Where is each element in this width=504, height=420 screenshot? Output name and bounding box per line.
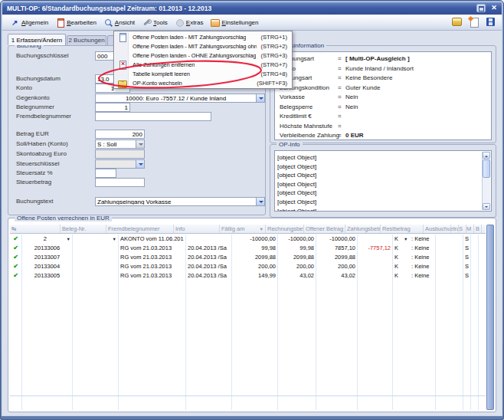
menu-item[interactable]: OP-Konto wechseln (SHIFT+F3) xyxy=(115,78,291,87)
column-header[interactable]: Info xyxy=(174,225,220,233)
cell-dropdown-arrow-icon[interactable] xyxy=(404,253,411,262)
skontoabzug-input[interactable] xyxy=(95,149,145,159)
cell-dropdown-arrow-icon[interactable] xyxy=(404,326,411,336)
column-header[interactable]: S xyxy=(459,225,466,233)
cell-dropdown-arrow-icon[interactable]: ▼ xyxy=(67,235,70,244)
cell-dropdown-arrow-icon[interactable] xyxy=(404,336,411,345)
gegenkonto-dropdown-arrow-icon[interactable] xyxy=(256,94,264,102)
column-header[interactable]: Rechnungsbetrag xyxy=(266,225,304,233)
column-header[interactable]: Beleg-Nr. xyxy=(61,225,106,233)
cell-dropdown-arrow-icon[interactable]: ▼ xyxy=(113,235,116,244)
table-row[interactable]: ✔ 20133004 RG vom 21.03.2013 20.04.2013 … xyxy=(10,262,486,271)
scrollbar-thumb[interactable] xyxy=(483,159,490,178)
menu-item[interactable]: Alle Zahlungen entfernen (STRG+7) xyxy=(115,60,291,69)
menubar-item-label: Einstellungen xyxy=(221,19,258,26)
steuersatz-input[interactable] xyxy=(95,169,116,178)
table-row[interactable]: ✔ 20133007 RG vom 21.03.2013 20.04.2013 … xyxy=(10,253,486,262)
column-header[interactable]: ↹ xyxy=(10,225,61,233)
table-row[interactable] xyxy=(10,290,486,299)
cell-dropdown-arrow-icon[interactable] xyxy=(404,317,411,326)
table-row[interactable] xyxy=(10,409,486,410)
close-icon[interactable]: ✕ xyxy=(489,4,499,12)
scroll-up-icon[interactable] xyxy=(483,152,490,159)
cell-dropdown-arrow-icon[interactable] xyxy=(404,409,411,410)
table-row[interactable] xyxy=(10,382,486,391)
menubar-item[interactable]: Extras xyxy=(172,17,208,28)
cell-dropdown-arrow-icon[interactable] xyxy=(404,382,411,391)
soll-haben-dropdown-arrow-icon[interactable] xyxy=(136,140,144,148)
tab-erfassen-aendern[interactable]: 1 Erfassen/Ändern xyxy=(8,34,66,45)
column-header[interactable]: Offener Betrag xyxy=(304,225,345,233)
column-header[interactable]: Ausbuchungsart xyxy=(424,225,451,233)
steuerschluessel-select[interactable] xyxy=(95,159,145,169)
tab-buchungen[interactable]: 2 Buchungen xyxy=(67,35,106,45)
offener-betrag-cell xyxy=(278,336,316,345)
column-header[interactable]: Fällig am ▼ xyxy=(220,225,266,233)
cell-dropdown-arrow-icon[interactable] xyxy=(404,271,411,281)
cell-dropdown-arrow-icon[interactable] xyxy=(404,308,411,317)
op-info-scrollbar[interactable] xyxy=(482,152,490,210)
cell-dropdown-arrow-icon[interactable] xyxy=(404,281,411,290)
column-header[interactable]: M xyxy=(466,225,474,233)
menubar-item[interactable]: Tools xyxy=(139,17,172,28)
column-header[interactable]: Fremdbelegnummer xyxy=(106,225,174,233)
cell-dropdown-arrow-icon[interactable] xyxy=(404,299,411,308)
save-icon[interactable] xyxy=(486,17,496,27)
table-scrollbar[interactable] xyxy=(486,225,494,410)
cell-dropdown-arrow-icon[interactable]: ▼ xyxy=(404,235,411,244)
buchungstext-select[interactable]: Zahlungseingang Vorkasse xyxy=(95,197,265,206)
steuerschluessel-dropdown-arrow-icon[interactable] xyxy=(136,160,144,168)
menu-item[interactable]: Offene Posten laden - MIT Zahlungsvorsch… xyxy=(115,41,291,51)
menu-item[interactable]: Offene Posten laden - MIT Zahlungsvorsch… xyxy=(115,32,291,41)
buchungstext-dropdown-arrow-icon[interactable] xyxy=(256,198,264,205)
table-row[interactable] xyxy=(10,317,486,326)
new-document-icon[interactable] xyxy=(469,17,479,27)
menubar-item[interactable]: Bearbeiten xyxy=(52,17,100,28)
table-row[interactable] xyxy=(10,345,486,354)
table-row[interactable] xyxy=(10,281,486,290)
scroll-down-icon[interactable] xyxy=(483,203,490,210)
belegnummer-input[interactable]: 1 xyxy=(95,103,130,112)
restore-icon[interactable] xyxy=(476,4,486,12)
table-row[interactable]: ✔ 20133005 RG vom 21.03.2013 20.04.2013 … xyxy=(10,271,486,281)
steuerbetrag-input[interactable] xyxy=(95,178,145,187)
cell-dropdown-arrow-icon[interactable] xyxy=(404,363,411,372)
cell-dropdown-arrow-icon[interactable] xyxy=(404,262,411,271)
table-row[interactable] xyxy=(10,299,486,308)
table-row[interactable] xyxy=(10,363,486,372)
table-row[interactable]: ✔ 2▼ ▼ AKONTO vom 11.06.201 -10000,00 -1… xyxy=(10,235,486,244)
menubar-item[interactable]: Allgemein xyxy=(7,17,52,28)
fremdbelegnummer-input[interactable] xyxy=(95,112,211,121)
cell-dropdown-arrow-icon[interactable] xyxy=(404,372,411,382)
gegenkonto-select[interactable]: 10000: Euro -7557.12 / Kunde Inland xyxy=(95,94,265,103)
table-scrollbar-thumb[interactable] xyxy=(486,225,494,410)
soll-haben-select[interactable]: S : Soll xyxy=(95,139,145,149)
cell-dropdown-arrow-icon[interactable] xyxy=(404,400,411,409)
table-row[interactable] xyxy=(10,326,486,336)
betrag-cell xyxy=(436,372,463,382)
offene-posten-group-label: Offene Posten verrechnen in EUR xyxy=(15,215,112,221)
table-row[interactable]: ✔ 20133006 RG vom 21.03.2013 20.04.2013 … xyxy=(10,244,486,253)
table-row[interactable] xyxy=(10,336,486,345)
menu-item[interactable]: Tabelle komplett leeren (STRG+8) xyxy=(115,69,291,78)
menu-item[interactable]: Offene Posten landen - OHNE Zahlungsvors… xyxy=(115,51,291,60)
cell-dropdown-arrow-icon[interactable] xyxy=(404,290,411,299)
menubar-item[interactable]: Ansicht xyxy=(100,17,139,28)
table-row[interactable] xyxy=(10,308,486,317)
menubar-item[interactable]: Einstellungen xyxy=(207,17,262,28)
cell-dropdown-arrow-icon[interactable] xyxy=(404,244,411,253)
cell-dropdown-arrow-icon[interactable] xyxy=(404,354,411,363)
table-row[interactable] xyxy=(10,400,486,409)
beleg-nr-value: 2 xyxy=(44,235,47,244)
column-header[interactable]: B xyxy=(474,225,482,233)
catalog-icon[interactable] xyxy=(452,17,462,27)
table-row[interactable] xyxy=(10,354,486,363)
column-header[interactable]: Restbetrag xyxy=(381,225,424,233)
column-header[interactable]: Zahlungsbetrag xyxy=(345,225,381,233)
column-header[interactable]: Betrag xyxy=(451,225,459,233)
m-cell xyxy=(471,400,479,409)
table-row[interactable] xyxy=(10,372,486,382)
betrag-input[interactable]: 200 xyxy=(95,130,145,139)
cell-dropdown-arrow-icon[interactable] xyxy=(404,345,411,354)
beleg-nr-value: 20133004 xyxy=(34,262,60,271)
